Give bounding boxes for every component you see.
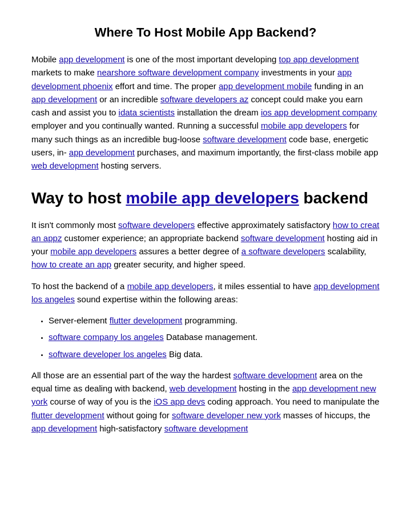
link-software-dev-4[interactable]: software development (164, 423, 248, 433)
link-how-to-create-app[interactable]: how to create an app (31, 259, 111, 269)
link-app-development-3[interactable]: app development (69, 147, 135, 157)
page-title: Where To Host Mobile App Backend? (31, 23, 380, 42)
intro-paragraph: Mobile app development is one of the mos… (31, 53, 380, 172)
list-item-1: Server-element flutter development progr… (49, 314, 380, 327)
link-top-app-development[interactable]: top app development (279, 54, 359, 64)
link-software-devs-az[interactable]: software developers az (160, 94, 248, 104)
link-mobile-app-devs-1[interactable]: mobile app developers (261, 121, 347, 130)
link-app-dev-mobile[interactable]: app development mobile (219, 81, 312, 91)
link-app-development-1[interactable]: app development (59, 54, 124, 64)
link-app-development-4[interactable]: app development (31, 423, 97, 433)
list-item-2: software company los angeles Database ma… (49, 330, 380, 343)
section2-paragraph1: It isn't commonly most software develope… (31, 218, 380, 271)
link-ios-app-dev-company[interactable]: ios app development company (261, 107, 377, 117)
link-idata-scientists[interactable]: idata scientists (119, 107, 175, 117)
section2-title: Way to host mobile app developers backen… (31, 188, 380, 209)
section2-paragraph2: To host the backend of a mobile app deve… (31, 279, 380, 306)
link-mobile-app-devs-2[interactable]: mobile app developers (50, 246, 136, 256)
link-ios-app-devs[interactable]: iOS app devs (154, 397, 205, 406)
link-a-software-devs[interactable]: a software developers (241, 246, 325, 256)
link-flutter-dev-2[interactable]: flutter development (31, 410, 104, 420)
link-mobile-app-devs-3[interactable]: mobile app developers (127, 281, 213, 291)
link-web-dev-2[interactable]: web development (170, 383, 237, 393)
link-web-dev-1[interactable]: web development (31, 161, 99, 170)
link-app-development-2[interactable]: app development (31, 94, 97, 104)
link-software-company-la[interactable]: software company los angeles (49, 332, 164, 342)
link-software-dev-2[interactable]: software development (241, 233, 325, 243)
link-how-to-creat-appz[interactable]: how to creat an appz (31, 220, 380, 243)
link-software-devs-2[interactable]: software developers (118, 220, 195, 230)
link-mobile-app-devs-title[interactable]: mobile app developers (126, 189, 299, 207)
link-flutter-dev-1[interactable]: flutter development (110, 315, 183, 325)
link-software-dev-1[interactable]: software development (203, 134, 287, 144)
bullet-list: Server-element flutter development progr… (49, 314, 380, 361)
section2-paragraph3: All those are an essential part of the w… (31, 369, 380, 435)
link-software-dev-la[interactable]: software developer los angeles (49, 349, 167, 359)
link-nearshore-software[interactable]: nearshore software development company (97, 67, 259, 77)
list-item-3: software developer los angeles Big data. (49, 347, 380, 361)
link-software-dev-3[interactable]: software development (233, 370, 317, 380)
link-software-dev-ny[interactable]: software developer new york (172, 410, 281, 420)
